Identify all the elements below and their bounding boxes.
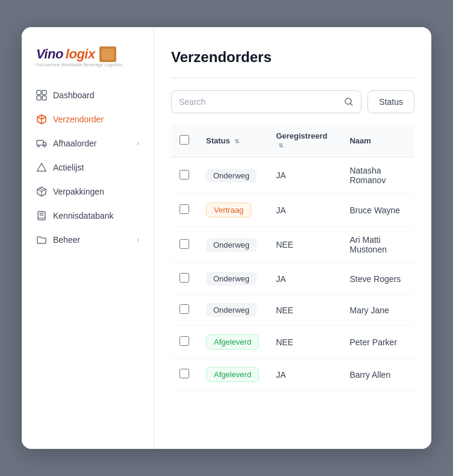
table-row: Onderweg JA Steve Rogers [171, 263, 414, 295]
folder-icon [36, 234, 47, 245]
svg-point-5 [38, 145, 40, 147]
row-checkbox[interactable] [180, 369, 189, 378]
table-row: Vertraag JA Bruce Wayne [171, 194, 414, 227]
status-badge: Vertraag [206, 202, 251, 218]
row-checkbox-cell [171, 157, 198, 194]
header-naam: Naam [341, 124, 414, 157]
row-checkbox-cell [171, 227, 198, 263]
row-status-cell: Afgeleverd [198, 359, 267, 391]
row-geregistreerd-cell: JA [267, 194, 341, 227]
row-geregistreerd-cell: NEE [267, 295, 341, 326]
header-status-label: Status [206, 136, 230, 145]
search-button[interactable] [344, 97, 354, 107]
logo-vino: Vino [36, 46, 63, 62]
header-geregistreerd-label: Geregistreerd [276, 131, 327, 140]
logo-logix: logix [66, 46, 95, 62]
row-checkbox-cell [171, 326, 198, 359]
status-filter-button[interactable]: Status [367, 90, 414, 113]
row-status-cell: Onderweg [198, 295, 267, 326]
chevron-right-icon-beheer: › [137, 236, 139, 244]
header-geregistreerd: Geregistreerd ⇅ [267, 124, 341, 157]
row-naam-cell: Bruce Wayne [341, 194, 414, 227]
row-checkbox[interactable] [180, 239, 189, 249]
row-checkbox[interactable] [180, 170, 189, 180]
row-checkbox-cell [171, 194, 198, 227]
svg-rect-4 [37, 140, 43, 145]
row-geregistreerd-cell: JA [267, 263, 341, 295]
logo-box-icon [99, 46, 116, 62]
toolbar: Status [171, 90, 414, 113]
sidebar-item-dashboard[interactable]: Dashboard [29, 84, 146, 107]
row-status-cell: Onderweg [198, 263, 267, 295]
sidebar: Vinologix Full-service Worldwide Beverag… [22, 27, 154, 449]
sort-icon-geregistreerd: ⇅ [278, 142, 283, 149]
table-row: Onderweg JA Natasha Romanov [171, 157, 414, 194]
row-checkbox-cell [171, 295, 198, 326]
sidebar-item-actielijst-label: Actielijst [53, 163, 84, 172]
header-checkbox-col [171, 124, 198, 157]
status-badge: Afgeleverd [206, 367, 259, 382]
row-checkbox[interactable] [180, 304, 189, 314]
header-naam-label: Naam [349, 136, 370, 145]
svg-point-6 [44, 145, 46, 147]
row-naam-cell: Barry Allen [341, 359, 414, 391]
row-status-cell: Afgeleverd [198, 326, 267, 359]
box-icon [36, 114, 47, 125]
logo: Vinologix [36, 46, 139, 62]
status-badge: Onderweg [206, 272, 257, 286]
sidebar-nav: Dashboard Verzendorder [22, 84, 154, 251]
table-row: Afgeleverd NEE Peter Parker [171, 326, 414, 359]
row-geregistreerd-cell: NEE [267, 227, 341, 263]
sidebar-item-verzendorder[interactable]: Verzendorder [29, 108, 146, 131]
row-status-cell: Onderweg [198, 227, 267, 263]
sidebar-item-kennisdatabank[interactable]: Kennisdatabank [29, 204, 146, 227]
title-divider [171, 78, 414, 78]
search-container [171, 90, 361, 113]
sidebar-item-verpakkingen[interactable]: Verpakkingen [29, 180, 146, 203]
triangle-icon [36, 162, 47, 173]
row-geregistreerd-cell: JA [267, 157, 341, 194]
sidebar-item-kennisdatabank-label: Kennisdatabank [53, 211, 113, 221]
svg-rect-0 [37, 90, 41, 95]
row-status-cell: Vertraag [198, 194, 267, 227]
table-row: Onderweg NEE Mary Jane [171, 295, 414, 326]
row-checkbox[interactable] [180, 273, 189, 283]
row-naam-cell: Ari Matti Mustonen [341, 227, 414, 263]
row-naam-cell: Peter Parker [341, 326, 414, 359]
header-status: Status ⇅ [198, 124, 267, 157]
truck-icon [36, 138, 47, 149]
row-status-cell: Onderweg [198, 157, 267, 194]
sidebar-item-actielijst[interactable]: Actielijst [29, 156, 146, 179]
sidebar-item-afhaalorder[interactable]: Afhaalorder › [29, 132, 146, 155]
row-checkbox-cell [171, 359, 198, 391]
row-geregistreerd-cell: NEE [267, 326, 341, 359]
sidebar-item-verzendorder-label: Verzendorder [53, 114, 104, 124]
row-naam-cell: Natasha Romanov [341, 157, 414, 194]
status-badge: Onderweg [206, 169, 257, 183]
table-body: Onderweg JA Natasha Romanov Vertraag JA … [171, 157, 414, 391]
sidebar-item-verpakkingen-label: Verpakkingen [53, 187, 104, 196]
logo-area: Vinologix Full-service Worldwide Beverag… [22, 46, 154, 84]
sort-icon-status: ⇅ [234, 138, 239, 145]
package-icon [36, 186, 47, 197]
table-row: Onderweg NEE Ari Matti Mustonen [171, 227, 414, 263]
main-content: Verzendorders Status [154, 27, 431, 449]
row-checkbox[interactable] [180, 204, 189, 214]
sidebar-item-beheer[interactable]: Beheer › [29, 228, 146, 251]
select-all-checkbox[interactable] [180, 135, 189, 145]
row-naam-cell: Mary Jane [341, 295, 414, 326]
sidebar-item-beheer-label: Beheer [53, 235, 80, 245]
sidebar-item-dashboard-label: Dashboard [53, 90, 95, 100]
row-naam-cell: Steve Rogers [341, 263, 414, 295]
svg-rect-2 [37, 96, 41, 100]
status-badge: Onderweg [206, 238, 257, 252]
row-geregistreerd-cell: JA [267, 359, 341, 391]
book-icon [36, 210, 47, 221]
logo-tagline: Full-service Worldwide Beverage Logistic… [36, 63, 139, 67]
dashboard-icon [36, 90, 47, 101]
table-header: Status ⇅ Geregistreerd ⇅ Naam [171, 124, 414, 157]
svg-rect-7 [38, 211, 45, 220]
row-checkbox[interactable] [180, 336, 189, 346]
page-title: Verzendorders [171, 49, 414, 66]
search-input[interactable] [179, 91, 344, 113]
